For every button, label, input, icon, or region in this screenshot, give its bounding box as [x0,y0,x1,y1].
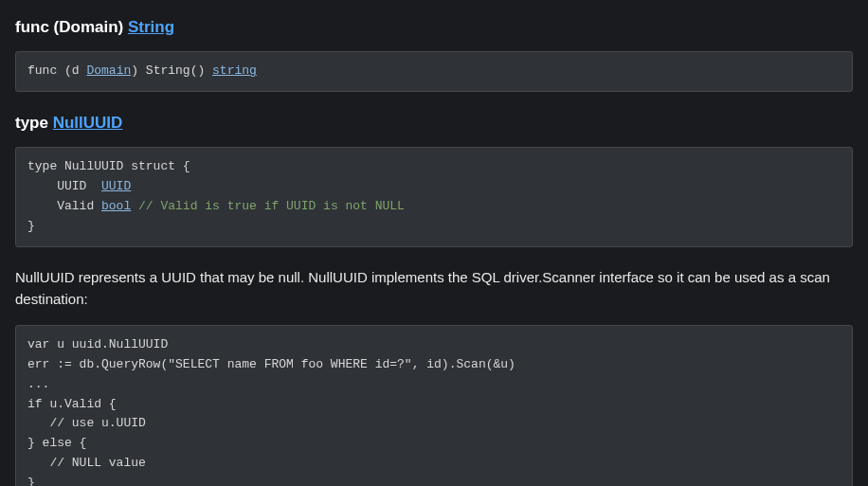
type-description: NullUUID represents a UUID that may be n… [15,266,853,311]
heading-prefix: type [15,114,53,132]
code-line: } [27,219,35,233]
type-heading: type NullUUID [15,111,853,135]
code-comment: // Valid is true if UUID is not NULL [138,199,405,213]
type-link-uuid[interactable]: UUID [101,179,131,193]
func-heading: func (Domain) String [15,15,853,40]
typedef-block: type NullUUID struct { UUID UUID Valid b… [15,147,853,246]
type-link-domain[interactable]: Domain [86,63,131,78]
sig-text: ) String() [131,63,212,78]
code-line: type NullUUID struct { [27,159,190,173]
heading-prefix: func (Domain) [15,18,128,36]
code-text: Valid [27,199,101,213]
heading-link-nulluuid[interactable]: NullUUID [53,114,123,132]
sig-text: func (d [27,63,86,78]
code-text [131,199,138,213]
type-link-bool[interactable]: bool [101,199,131,213]
return-type-link[interactable]: string [212,63,257,78]
code-text: UUID [27,179,101,193]
heading-link-string[interactable]: String [128,18,174,36]
signature-block: func (d Domain) String() string [15,51,853,92]
example-block: var u uuid.NullUUID err := db.QueryRow("… [15,325,853,486]
